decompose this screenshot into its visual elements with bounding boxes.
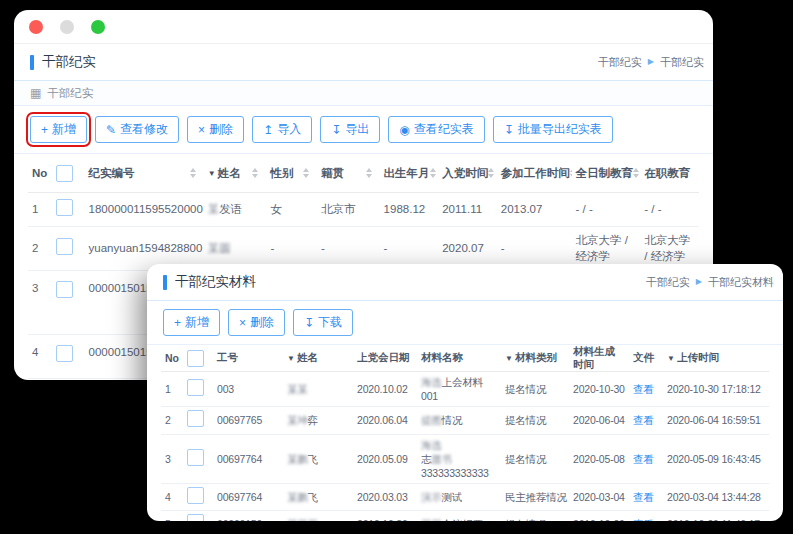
table-cell: 180000011595520000 bbox=[85, 193, 204, 227]
row-checkbox[interactable] bbox=[187, 514, 204, 521]
export-icon: ↧ bbox=[331, 124, 341, 136]
button-label: 批量导出纪实表 bbox=[518, 121, 602, 138]
column-header bbox=[52, 154, 84, 193]
view-link[interactable]: 查看 bbox=[633, 453, 654, 465]
filter-icon[interactable]: ▼ bbox=[287, 354, 295, 363]
cell-text: 180000011595520000 bbox=[89, 203, 203, 215]
download-button[interactable]: ↧下载 bbox=[293, 309, 353, 336]
column-label: 材料生成时间 bbox=[573, 345, 625, 370]
table-cell: 00000150 bbox=[213, 511, 283, 521]
sort-icon[interactable] bbox=[303, 168, 309, 178]
cell-text: 2020-03-04 bbox=[573, 491, 625, 503]
minimize-window-button[interactable] bbox=[60, 20, 74, 34]
page-title-text: 干部纪实 bbox=[42, 53, 96, 71]
breadcrumb-item[interactable]: 干部纪实 bbox=[660, 55, 704, 70]
cell-text: 飞 bbox=[308, 453, 318, 465]
table-cell: 2020-05-08 bbox=[569, 434, 629, 484]
cell-text: 003 bbox=[217, 383, 234, 395]
row-checkbox[interactable] bbox=[56, 238, 73, 255]
column-header: 在职教育 bbox=[640, 154, 699, 193]
sort-icon[interactable] bbox=[190, 168, 196, 178]
sort-icon[interactable] bbox=[252, 168, 258, 178]
column-label: 姓名 bbox=[297, 351, 318, 365]
redacted-text: 提图 bbox=[421, 414, 442, 426]
export-button[interactable]: ↧导出 bbox=[320, 116, 380, 143]
cell-text: 00697765 bbox=[217, 414, 262, 426]
close-window-button[interactable] bbox=[29, 20, 43, 34]
table-cell: 某鹏飞 bbox=[283, 484, 353, 511]
header-select-checkbox[interactable] bbox=[56, 165, 73, 182]
plus-icon: + bbox=[41, 124, 48, 136]
row-checkbox[interactable] bbox=[56, 345, 73, 362]
header-select-checkbox[interactable] bbox=[187, 350, 204, 367]
edit-icon: ✎ bbox=[106, 124, 116, 136]
table-cell bbox=[183, 511, 213, 521]
cell-text: 1 bbox=[32, 203, 38, 215]
sort-icon[interactable] bbox=[430, 168, 436, 178]
table-cell bbox=[183, 484, 213, 511]
sort-icon[interactable] bbox=[570, 168, 572, 178]
view-link[interactable]: 查看 bbox=[633, 383, 654, 395]
column-header: 全日制教育 bbox=[572, 154, 641, 193]
sort-icon[interactable] bbox=[488, 168, 494, 178]
cell-text: 2020.06.04 bbox=[357, 414, 408, 426]
sort-icon[interactable] bbox=[366, 168, 372, 178]
add-button[interactable]: +新增 bbox=[163, 309, 220, 336]
view-link[interactable]: 查看 bbox=[633, 518, 654, 521]
eye-icon: ◉ bbox=[399, 124, 409, 136]
row-checkbox[interactable] bbox=[187, 379, 204, 396]
table-cell: 提名情况 bbox=[501, 511, 569, 521]
cell-text: - bbox=[384, 242, 388, 254]
view-link[interactable]: 查看 bbox=[633, 491, 654, 503]
table-cell: 2020.10.02 bbox=[353, 372, 417, 407]
cadre-materials-window: 干部纪实材料 干部纪实▶干部纪实材料 +新增×删除↧下载 No工号▼姓名上党会日… bbox=[147, 264, 783, 521]
cell-text: 2019.10.30 bbox=[357, 518, 408, 521]
edit-button[interactable]: ✎查看修改 bbox=[95, 116, 179, 143]
redacted-text: 某某 bbox=[421, 518, 442, 521]
import-button[interactable]: ↥导入 bbox=[252, 116, 312, 143]
table-cell: 00697764 bbox=[213, 434, 283, 484]
download-icon: ↧ bbox=[304, 317, 314, 329]
column-header: 性别 bbox=[266, 154, 317, 193]
cell-text: 1988.12 bbox=[384, 203, 426, 215]
zoom-window-button[interactable] bbox=[91, 20, 105, 34]
table-row: 500000150某某某2019.10.30某某会议纪要提名情况2019-10-… bbox=[161, 511, 769, 521]
view-record-sheet-button[interactable]: ◉查看纪实表 bbox=[388, 116, 484, 143]
table-cell: 查看 bbox=[629, 484, 663, 511]
table-cell: 2 bbox=[28, 227, 52, 271]
table-row: 1003某某2020.10.02海选上会材料001提名情况2020-10-30查… bbox=[161, 372, 769, 407]
filter-icon[interactable]: ▼ bbox=[505, 354, 513, 363]
title-accent-bar-icon bbox=[30, 55, 34, 70]
row-checkbox[interactable] bbox=[187, 410, 204, 427]
table-cell bbox=[52, 193, 84, 227]
cell-text: 发语 bbox=[219, 203, 242, 215]
column-label: 姓名 bbox=[218, 166, 241, 181]
row-checkbox[interactable] bbox=[187, 449, 204, 466]
filter-icon[interactable]: ▼ bbox=[208, 169, 216, 178]
row-checkbox[interactable] bbox=[187, 487, 204, 504]
delete-button[interactable]: ×删除 bbox=[187, 116, 244, 143]
sort-icon[interactable] bbox=[633, 168, 639, 178]
view-link[interactable]: 查看 bbox=[633, 414, 654, 426]
breadcrumb-item[interactable]: 干部纪实材料 bbox=[708, 275, 774, 290]
row-checkbox[interactable] bbox=[56, 199, 73, 216]
cell-text: 提名情况 bbox=[505, 453, 546, 465]
cell-text: 2020-10-30 bbox=[573, 383, 625, 395]
batch-export-button[interactable]: ↧批量导出纪实表 bbox=[493, 116, 613, 143]
table-cell: 2011.11 bbox=[438, 193, 497, 227]
table-cell: 2020.03.03 bbox=[353, 484, 417, 511]
cell-text: 2 bbox=[32, 242, 38, 254]
add-button[interactable]: +新增 bbox=[30, 116, 87, 143]
cell-text: 2011.11 bbox=[442, 203, 482, 215]
table-cell: 1988.12 bbox=[380, 193, 439, 227]
breadcrumb-item[interactable]: 干部纪实 bbox=[646, 275, 690, 290]
cell-text: 志 bbox=[421, 453, 431, 465]
filter-icon[interactable]: ▼ bbox=[667, 354, 675, 363]
row-checkbox[interactable] bbox=[56, 281, 73, 298]
delete-button[interactable]: ×删除 bbox=[228, 309, 285, 336]
cell-text: 北京大学 / 经济学 bbox=[644, 234, 690, 262]
table-cell: 查看 bbox=[629, 407, 663, 434]
table-cell: 1 bbox=[161, 372, 183, 407]
breadcrumb-item[interactable]: 干部纪实 bbox=[598, 55, 642, 70]
table-cell: 查看 bbox=[629, 372, 663, 407]
